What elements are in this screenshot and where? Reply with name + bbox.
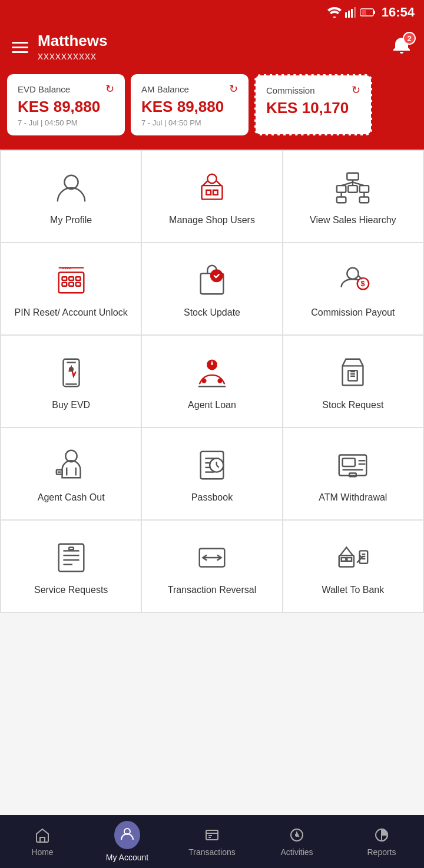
svg-point-36 [347, 268, 359, 279]
hamburger-menu[interactable] [12, 42, 28, 53]
balance-section: EVD Balance ↻ KES 89,880 7 - Jul | 04:50… [0, 74, 424, 150]
svg-rect-87 [40, 837, 45, 842]
nav-transactions-label: Transactions [188, 847, 236, 857]
menu-item-atm-withdrawal[interactable]: ATM Withdrawal [283, 428, 423, 519]
svg-point-45 [203, 379, 206, 383]
menu-item-transaction-reversal[interactable]: Transaction Reversal [142, 521, 281, 612]
menu-item-agent-loan[interactable]: Agent Loan [142, 336, 281, 427]
evd-balance-date: 7 - Jul | 04:50 PM [18, 118, 114, 127]
atm-icon [334, 447, 371, 483]
service-requests-icon [53, 539, 90, 576]
menu-item-buy-evd[interactable]: Buy EVD [1, 336, 141, 427]
svg-text:$: $ [361, 280, 365, 288]
commission-icon: $ [334, 262, 371, 299]
svg-rect-10 [213, 190, 218, 195]
stock-request-icon [334, 355, 371, 391]
pin-icon: **** [53, 262, 90, 299]
commission-amount: KES 10,170 [266, 99, 360, 117]
svg-rect-9 [206, 190, 211, 195]
buy-evd-label: Buy EVD [52, 399, 90, 412]
evd-balance-card: EVD Balance ↻ KES 89,880 7 - Jul | 04:50… [7, 74, 125, 135]
nav-transactions[interactable]: Transactions [170, 815, 254, 868]
nav-my-account[interactable]: My Account [85, 815, 170, 868]
passbook-icon [194, 447, 230, 483]
nav-reports-label: Reports [367, 847, 396, 857]
transaction-reversal-label: Transaction Reversal [168, 584, 257, 597]
menu-item-wallet-to-bank[interactable]: Wallet To Bank [283, 521, 423, 612]
svg-rect-3 [354, 7, 356, 18]
svg-rect-67 [343, 458, 355, 466]
commission-refresh-icon[interactable]: ↻ [352, 84, 360, 97]
evd-balance-label: EVD Balance [18, 84, 70, 94]
svg-rect-77 [69, 548, 74, 550]
service-requests-label: Service Requests [34, 584, 108, 597]
am-refresh-icon[interactable]: ↻ [229, 82, 238, 95]
agent-cash-out-label: Agent Cash Out [38, 492, 105, 504]
am-balance-card: AM Balance ↻ KES 89,880 7 - Jul | 04:50 … [131, 74, 249, 135]
svg-rect-29 [62, 283, 67, 286]
stock-request-label: Stock Request [322, 399, 383, 412]
nav-activities[interactable]: Activities [254, 815, 339, 868]
svg-rect-6 [362, 10, 366, 15]
menu-item-manage-shop-users[interactable]: Manage Shop Users [142, 151, 281, 242]
menu-item-pin-reset[interactable]: **** PIN Reset/ Account Unlock [1, 243, 141, 334]
am-balance-amount: KES 89,880 [141, 98, 238, 116]
notification-bell[interactable]: 2 [391, 35, 412, 59]
stock-update-label: Stock Update [184, 307, 240, 319]
wallet-bank-icon [334, 539, 371, 576]
evd-refresh-icon[interactable]: ↻ [105, 82, 114, 95]
nav-activities-label: Activities [280, 847, 313, 857]
svg-rect-1 [348, 11, 350, 18]
svg-rect-26 [62, 277, 67, 280]
svg-rect-5 [373, 11, 375, 14]
view-sales-hierarchy-label: View Sales Hiearchy [310, 214, 396, 227]
svg-point-96 [296, 834, 298, 836]
my-profile-label: My Profile [50, 214, 92, 227]
status-bar: 16:54 [0, 0, 424, 25]
svg-point-46 [218, 379, 222, 383]
home-icon [34, 826, 51, 844]
pin-reset-label: PIN Reset/ Account Unlock [15, 307, 128, 319]
menu-item-stock-request[interactable]: Stock Request [283, 336, 423, 427]
svg-rect-8 [202, 185, 223, 199]
menu-item-agent-cash-out[interactable]: Agent Cash Out [1, 428, 141, 519]
menu-item-stock-update[interactable]: Stock Update [142, 243, 281, 334]
am-balance-label: AM Balance [141, 84, 189, 94]
transaction-reversal-icon [194, 539, 230, 576]
agent-loan-label: Agent Loan [188, 399, 236, 412]
shop-users-icon [194, 170, 230, 206]
person-icon [53, 170, 90, 206]
commission-label: Commission [266, 85, 315, 95]
menu-item-passbook[interactable]: Passbook [142, 428, 281, 519]
nav-home[interactable]: Home [0, 815, 85, 868]
svg-rect-0 [345, 12, 347, 18]
menu-item-my-profile[interactable]: My Profile [1, 151, 141, 242]
main-content: My Profile Manage Shop Users [0, 150, 424, 666]
balance-cards: EVD Balance ↻ KES 89,880 7 - Jul | 04:50… [7, 74, 417, 135]
menu-item-service-requests[interactable]: Service Requests [1, 521, 141, 612]
menu-item-view-sales-hierarchy[interactable]: View Sales Hiearchy [283, 151, 423, 242]
menu-grid: My Profile Manage Shop Users [0, 150, 424, 613]
hierarchy-icon [334, 170, 371, 206]
svg-rect-82 [347, 558, 352, 561]
svg-rect-17 [360, 185, 369, 193]
svg-rect-21 [337, 197, 346, 203]
nav-reports[interactable]: Reports [339, 815, 424, 868]
nav-my-account-bg [114, 821, 140, 849]
svg-rect-16 [349, 185, 358, 193]
activities-icon [288, 826, 306, 844]
svg-rect-22 [360, 197, 369, 203]
account-mask: xxxxxxxxxx [38, 50, 107, 62]
commission-balance-card: Commission ↻ KES 10,170 [254, 74, 372, 135]
user-name: Matthews [38, 32, 107, 50]
transactions-icon [203, 826, 221, 844]
time: 16:54 [382, 5, 415, 20]
manage-shop-users-label: Manage Shop Users [169, 214, 255, 227]
header: Matthews xxxxxxxxxx 2 [0, 25, 424, 74]
notification-badge: 2 [403, 32, 416, 45]
status-icons [327, 7, 376, 18]
wallet-to-bank-label: Wallet To Bank [322, 584, 384, 597]
svg-point-7 [64, 175, 78, 189]
nav-home-label: Home [31, 847, 53, 857]
menu-item-commission-payout[interactable]: $ Commission Payout [283, 243, 423, 334]
